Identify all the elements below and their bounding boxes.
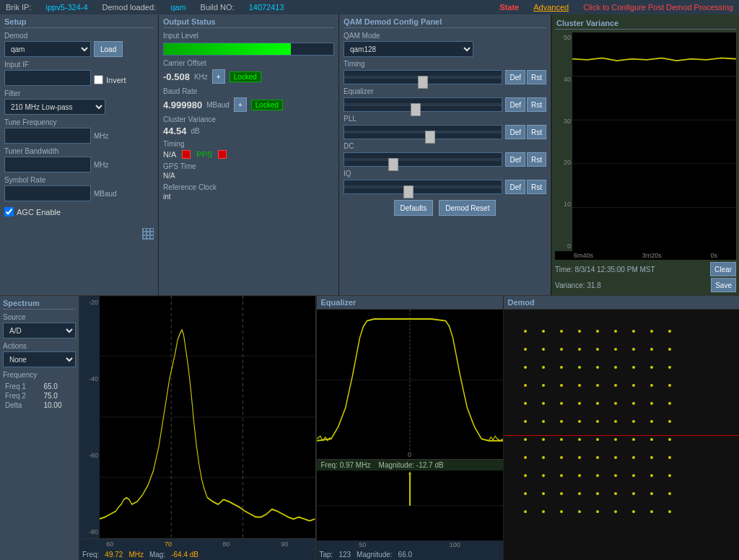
pll-slider[interactable] — [344, 127, 502, 137]
svg-point-25 — [524, 348, 527, 351]
defaults-button[interactable]: Defaults — [394, 200, 434, 216]
baud-rate-label: Baud Rate — [163, 87, 334, 95]
invert-checkbox[interactable] — [94, 75, 103, 84]
demod-reset-button[interactable]: Demod Reset — [439, 200, 496, 216]
baud-plus-button[interactable]: + — [234, 97, 247, 112]
variance-value: 31.8 — [587, 281, 600, 289]
demod-select[interactable]: qam — [4, 41, 91, 57]
spectrum-controls: Spectrum Source A/D Actions None Frequen… — [0, 296, 79, 560]
input-if-label: Input IF — [4, 61, 154, 69]
filter-select[interactable]: 210 MHz Low-pass — [4, 99, 105, 115]
eq-x-50: 50 — [359, 541, 366, 548]
equalizer-def-button[interactable]: Def — [505, 97, 525, 112]
svg-point-60 — [668, 402, 671, 405]
svg-point-88 — [524, 474, 527, 477]
cluster-variance-label: Cluster Variance — [163, 115, 334, 123]
freq2-row: Freq 2 75.0 — [3, 391, 76, 401]
svg-point-80 — [542, 456, 545, 459]
svg-point-113 — [650, 510, 653, 513]
svg-point-75 — [614, 438, 617, 441]
eq-freq-value: 0.97 MHz — [340, 461, 371, 469]
agc-checkbox[interactable] — [4, 207, 14, 216]
actions-select[interactable]: None — [3, 351, 76, 367]
tune-freq-field[interactable]: 70.0 — [4, 128, 91, 144]
svg-point-83 — [596, 456, 599, 459]
svg-point-85 — [632, 456, 635, 459]
spec-x-60: 60 — [106, 541, 113, 548]
equalizer-slider[interactable] — [344, 100, 502, 110]
eq-x-100: 100 — [450, 541, 460, 548]
mag-value: -64.4 dB — [171, 551, 198, 559]
svg-point-97 — [524, 492, 527, 495]
svg-point-104 — [650, 492, 653, 495]
freq1-label: Freq 1 — [3, 382, 41, 391]
svg-point-53 — [542, 402, 545, 405]
eq-freq-label: Freq: — [321, 461, 338, 469]
output-status-panel: Output Status Input Level Carrier Offset… — [159, 14, 339, 295]
freq-bottom-unit: MHz — [128, 551, 144, 559]
tune-freq-label: Tune Frequency — [4, 118, 154, 126]
svg-point-72 — [560, 438, 563, 441]
dc-rst-button[interactable]: Rst — [527, 152, 546, 167]
svg-point-48 — [614, 384, 617, 387]
svg-point-70 — [524, 438, 527, 441]
source-label: Source — [3, 313, 76, 321]
symbol-rate-unit: MBaud — [94, 190, 117, 198]
source-select[interactable]: A/D — [3, 323, 76, 338]
advanced-label[interactable]: Advanced — [533, 3, 569, 12]
svg-point-73 — [578, 438, 581, 441]
output-status-title: Output Status — [163, 17, 334, 28]
load-button[interactable]: Load — [94, 41, 123, 57]
svg-point-100 — [578, 492, 581, 495]
locked-badge: Locked — [229, 71, 261, 82]
dc-def-button[interactable]: Def — [505, 152, 525, 167]
svg-point-77 — [650, 438, 653, 441]
qam-config-title: QAM Demod Config Panel — [344, 17, 546, 28]
svg-point-105 — [668, 492, 671, 495]
pps-label: PPS — [196, 150, 212, 159]
svg-point-19 — [578, 330, 581, 333]
configure-label[interactable]: Click to Configure Post Demod Processing — [583, 3, 733, 12]
pll-def-button[interactable]: Def — [505, 125, 525, 139]
svg-point-86 — [650, 456, 653, 459]
y-axis-20: 20 — [556, 159, 571, 166]
timing-def-button[interactable]: Def — [505, 70, 525, 84]
svg-point-67 — [632, 420, 635, 423]
svg-point-56 — [596, 402, 599, 405]
svg-point-43 — [524, 384, 527, 387]
build-no-label: Build NO: — [201, 3, 235, 12]
svg-point-41 — [650, 366, 653, 369]
main-layout: Setup Demod qam Load Input IF 70 Invert … — [0, 14, 739, 560]
build-no-value: 14072413 — [249, 3, 284, 12]
iq-rst-button[interactable]: Rst — [527, 180, 546, 194]
mag-bottom-value: 66.0 — [398, 551, 412, 559]
tuner-bw-field[interactable]: 7.0 — [4, 157, 91, 172]
carrier-plus-button[interactable]: + — [212, 69, 225, 84]
freq1-row: Freq 1 65.0 — [3, 382, 76, 391]
timing-rst-button[interactable]: Rst — [527, 70, 546, 84]
pll-rst-button[interactable]: Rst — [527, 125, 546, 139]
tuner-bw-unit: MHz — [94, 161, 109, 169]
timing-section-label: Timing — [344, 60, 546, 68]
svg-point-91 — [578, 474, 581, 477]
qam-mode-select[interactable]: qam128 — [344, 41, 473, 57]
symbol-rate-field[interactable]: 5.0 — [4, 185, 91, 201]
mag-label: Mag: — [149, 551, 165, 559]
input-if-field[interactable]: 70 — [4, 70, 91, 86]
baud-rate-value: 4.999980 — [163, 100, 202, 110]
svg-point-69 — [668, 420, 671, 423]
carrier-offset-unit: KHz — [194, 73, 208, 81]
svg-point-99 — [560, 492, 563, 495]
spec-y-80: -80 — [81, 528, 98, 535]
timing-slider[interactable] — [344, 72, 502, 82]
equalizer-rst-button[interactable]: Rst — [527, 97, 546, 112]
dc-slider[interactable] — [344, 154, 502, 165]
frequency-label: Frequency — [3, 371, 76, 379]
iq-slider[interactable] — [344, 182, 502, 192]
demod-title: Demod — [504, 296, 740, 310]
iq-def-button[interactable]: Def — [505, 180, 525, 194]
equalizer-title: Equalizer — [317, 296, 503, 310]
clear-button[interactable]: Clear — [710, 262, 736, 276]
svg-point-64 — [578, 420, 581, 423]
save-button[interactable]: Save — [711, 278, 736, 292]
